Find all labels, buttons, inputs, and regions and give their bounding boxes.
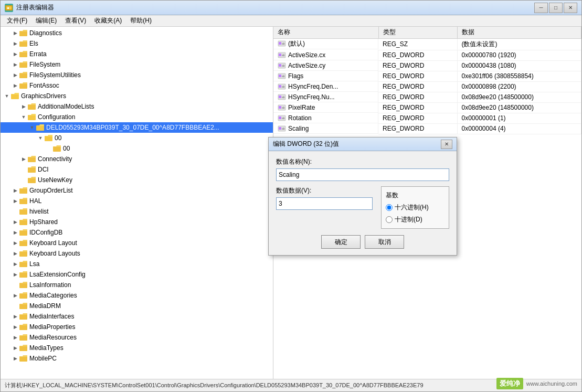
watermark-logo: 爱纯净 <box>496 378 523 389</box>
dialog-value-input[interactable] <box>276 197 373 210</box>
edit-dword-dialog: 编辑 DWORD (32 位)值 ✕ 数值名称(N): 数值数据(V): 基数 <box>268 137 457 256</box>
watermark: 爱纯净 www.aichuning.com <box>496 378 577 389</box>
dialog-base-label: 基数 <box>386 191 445 200</box>
dialog-overlay: 编辑 DWORD (32 位)值 ✕ 数值名称(N): 数值数据(V): 基数 <box>1 1 581 391</box>
dec-radio-text: 十进制(D) <box>395 215 422 224</box>
radio-group: 十六进制(H) 十进制(D) <box>386 203 445 224</box>
dialog-cancel-button[interactable]: 取消 <box>365 235 404 249</box>
hex-radio[interactable] <box>386 204 393 211</box>
main-window: 注册表编辑器 ─ □ ✕ 文件(F) 编辑(E) 查看(V) 收藏夹(A) 帮助… <box>0 0 582 392</box>
dialog-data-label: 数值数据(V): <box>276 186 373 195</box>
dec-radio-label[interactable]: 十进制(D) <box>386 215 445 224</box>
dialog-left: 数值数据(V): <box>276 186 373 229</box>
dec-radio[interactable] <box>386 216 393 223</box>
dialog-ok-button[interactable]: 确定 <box>321 235 361 249</box>
dialog-close-button[interactable]: ✕ <box>441 140 452 149</box>
watermark-url: www.aichuning.com <box>526 380 577 387</box>
hex-radio-label[interactable]: 十六进制(H) <box>386 203 445 212</box>
dialog-title-bar: 编辑 DWORD (32 位)值 ✕ <box>269 137 457 151</box>
dialog-title-text: 编辑 DWORD (32 位)值 <box>273 140 441 149</box>
dialog-base-group: 基数 十六进制(H) 十进制(D) <box>381 186 449 229</box>
hex-radio-text: 十六进制(H) <box>395 203 429 212</box>
dialog-name-input[interactable] <box>276 168 449 181</box>
dialog-name-label: 数值名称(N): <box>276 157 449 166</box>
dialog-row: 数值数据(V): 基数 十六进制(H) 十进制(D) <box>276 186 449 229</box>
dialog-body: 数值名称(N): 数值数据(V): 基数 十六进制(H) <box>269 151 457 255</box>
dialog-buttons: 确定 取消 <box>276 235 449 249</box>
